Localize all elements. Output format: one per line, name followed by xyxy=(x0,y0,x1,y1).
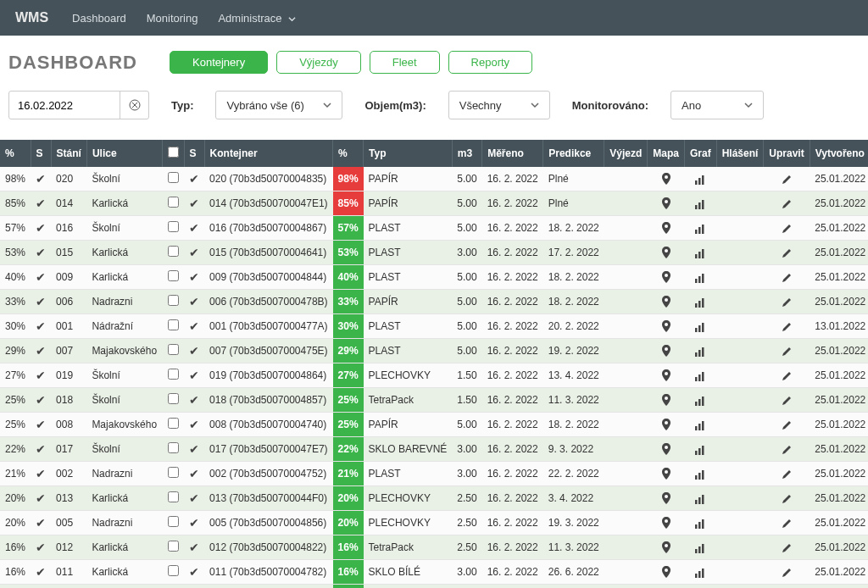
edit-button[interactable] xyxy=(764,535,810,560)
map-button[interactable] xyxy=(648,339,685,363)
row-checkbox[interactable] xyxy=(168,197,179,208)
cell-select[interactable] xyxy=(162,462,184,486)
map-button[interactable] xyxy=(648,314,685,339)
hdr-graf[interactable]: Graf xyxy=(684,140,716,167)
cell-select[interactable] xyxy=(162,191,184,216)
row-checkbox[interactable] xyxy=(168,541,179,552)
hdr-predikce[interactable]: Predikce xyxy=(543,140,604,167)
graf-button[interactable] xyxy=(684,216,716,241)
hlaseni-button[interactable] xyxy=(716,314,764,339)
nav-dashboard[interactable]: Dashboard xyxy=(72,12,126,25)
edit-button[interactable] xyxy=(764,191,810,216)
cell-select[interactable] xyxy=(162,585,184,589)
hlaseni-button[interactable] xyxy=(716,265,764,290)
graf-button[interactable] xyxy=(684,314,716,339)
graf-button[interactable] xyxy=(684,511,716,535)
cell-select[interactable] xyxy=(162,290,184,314)
tab-kontejnery[interactable]: Kontejnery xyxy=(170,51,268,74)
graf-button[interactable] xyxy=(684,413,716,437)
row-checkbox[interactable] xyxy=(168,418,179,429)
graf-button[interactable] xyxy=(684,437,716,462)
hlaseni-button[interactable] xyxy=(716,363,764,388)
hlaseni-button[interactable] xyxy=(716,191,764,216)
objem-select[interactable]: Všechny xyxy=(448,91,550,119)
hlaseni-button[interactable] xyxy=(716,486,764,511)
row-checkbox[interactable] xyxy=(168,516,179,527)
map-button[interactable] xyxy=(648,585,685,589)
map-button[interactable] xyxy=(648,388,685,413)
hlaseni-button[interactable] xyxy=(716,388,764,413)
cell-select[interactable] xyxy=(162,486,184,511)
edit-button[interactable] xyxy=(764,216,810,241)
hlaseni-button[interactable] xyxy=(716,290,764,314)
hdr-selectall[interactable] xyxy=(162,140,184,167)
hdr-upravit[interactable]: Upravit xyxy=(764,140,810,167)
graf-button[interactable] xyxy=(684,167,716,191)
map-button[interactable] xyxy=(648,413,685,437)
cell-select[interactable] xyxy=(162,314,184,339)
map-button[interactable] xyxy=(648,462,685,486)
hdr-m3[interactable]: m3 xyxy=(452,140,481,167)
select-all-checkbox[interactable] xyxy=(168,147,179,158)
date-input[interactable] xyxy=(9,99,120,112)
row-checkbox[interactable] xyxy=(168,369,179,380)
graf-button[interactable] xyxy=(684,290,716,314)
edit-button[interactable] xyxy=(764,437,810,462)
hlaseni-button[interactable] xyxy=(716,462,764,486)
nav-administrace[interactable]: Administrace xyxy=(218,12,296,25)
edit-button[interactable] xyxy=(764,241,810,265)
graf-button[interactable] xyxy=(684,535,716,560)
row-checkbox[interactable] xyxy=(168,246,179,257)
edit-button[interactable] xyxy=(764,265,810,290)
date-filter[interactable] xyxy=(8,91,149,119)
graf-button[interactable] xyxy=(684,462,716,486)
hdr-pct[interactable]: % xyxy=(0,140,31,167)
graf-button[interactable] xyxy=(684,486,716,511)
edit-button[interactable] xyxy=(764,388,810,413)
row-checkbox[interactable] xyxy=(168,565,179,576)
hdr-mereno[interactable]: Měřeno xyxy=(482,140,543,167)
clear-date-button[interactable] xyxy=(120,91,148,119)
row-checkbox[interactable] xyxy=(168,270,179,281)
row-checkbox[interactable] xyxy=(168,172,179,183)
row-checkbox[interactable] xyxy=(168,221,179,232)
nav-monitoring[interactable]: Monitoring xyxy=(147,12,198,25)
edit-button[interactable] xyxy=(764,290,810,314)
hlaseni-button[interactable] xyxy=(716,585,764,589)
hdr-mapa[interactable]: Mapa xyxy=(648,140,685,167)
graf-button[interactable] xyxy=(684,388,716,413)
graf-button[interactable] xyxy=(684,585,716,589)
map-button[interactable] xyxy=(648,511,685,535)
graf-button[interactable] xyxy=(684,560,716,585)
tab-vyjezdy[interactable]: Výjezdy xyxy=(276,51,361,74)
edit-button[interactable] xyxy=(764,363,810,388)
graf-button[interactable] xyxy=(684,339,716,363)
map-button[interactable] xyxy=(648,363,685,388)
graf-button[interactable] xyxy=(684,241,716,265)
map-button[interactable] xyxy=(648,560,685,585)
map-button[interactable] xyxy=(648,437,685,462)
graf-button[interactable] xyxy=(684,191,716,216)
map-button[interactable] xyxy=(648,167,685,191)
cell-select[interactable] xyxy=(162,363,184,388)
row-checkbox[interactable] xyxy=(168,295,179,306)
monitorovano-select[interactable]: Ano xyxy=(670,91,764,119)
hdr-vytvoreno[interactable]: Vytvořeno xyxy=(810,140,868,167)
edit-button[interactable] xyxy=(764,560,810,585)
map-button[interactable] xyxy=(648,241,685,265)
edit-button[interactable] xyxy=(764,339,810,363)
row-checkbox[interactable] xyxy=(168,319,179,330)
cell-select[interactable] xyxy=(162,339,184,363)
hlaseni-button[interactable] xyxy=(716,167,764,191)
hdr-s2[interactable]: S xyxy=(184,140,204,167)
hlaseni-button[interactable] xyxy=(716,339,764,363)
graf-button[interactable] xyxy=(684,363,716,388)
row-checkbox[interactable] xyxy=(168,491,179,502)
hlaseni-button[interactable] xyxy=(716,511,764,535)
tab-fleet[interactable]: Fleet xyxy=(370,51,440,74)
hdr-kontejner[interactable]: Kontejner xyxy=(204,140,332,167)
hdr-ulice[interactable]: Ulice xyxy=(86,140,162,167)
cell-select[interactable] xyxy=(162,511,184,535)
hdr-stani[interactable]: Stání xyxy=(51,140,86,167)
cell-select[interactable] xyxy=(162,216,184,241)
